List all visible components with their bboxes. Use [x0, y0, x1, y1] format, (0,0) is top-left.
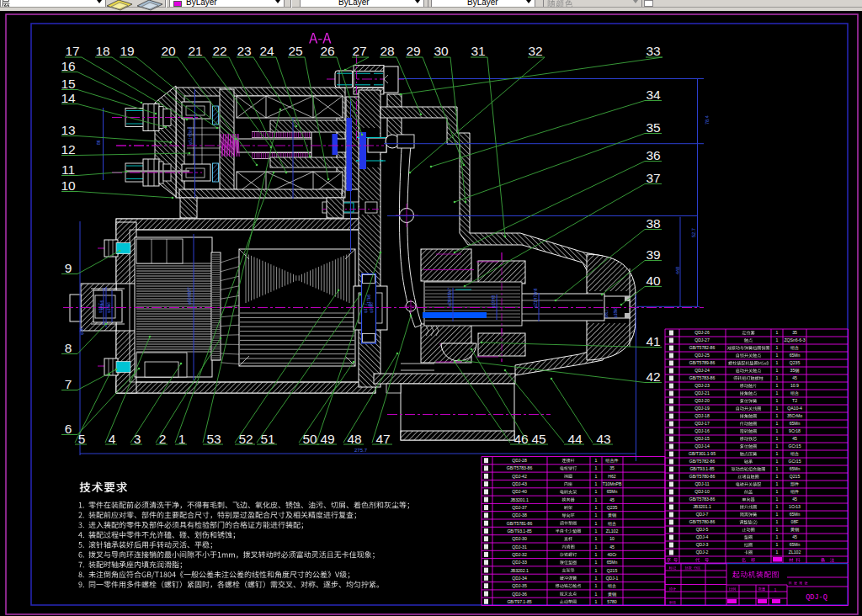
svg-text:43: 43	[596, 432, 610, 446]
svg-text:JB3202.1: JB3202.1	[510, 568, 529, 573]
svg-text:1: 1	[776, 390, 779, 396]
svg-text:QDJ-43: QDJ-43	[512, 481, 527, 486]
svg-text:JB3201.1: JB3201.1	[510, 497, 529, 502]
svg-text:GCr15: GCr15	[788, 443, 801, 449]
svg-text:1: 1	[595, 544, 598, 550]
svg-text:QDJ-36: QDJ-36	[512, 592, 527, 597]
svg-text:45: 45	[609, 544, 615, 550]
svg-text:1: 1	[595, 592, 598, 597]
svg-text:1: 1	[595, 528, 598, 534]
svg-text:45: 45	[609, 497, 615, 502]
svg-text:35: 35	[609, 465, 615, 470]
svg-text:34: 34	[646, 88, 661, 102]
svg-text:QDJ-23: QDJ-23	[694, 383, 710, 388]
svg-text:18: 18	[95, 44, 109, 58]
svg-text:1: 1	[776, 550, 779, 555]
svg-text:32: 32	[528, 44, 542, 58]
svg-text:QDJ-30: QDJ-30	[512, 536, 527, 541]
svg-text:GCr15: GCr15	[788, 459, 801, 464]
svg-text:GB/T97.1-85: GB/T97.1-85	[507, 599, 531, 604]
svg-text:24: 24	[259, 44, 274, 58]
svg-text:1: 1	[595, 458, 598, 463]
svg-text:1: 1	[595, 568, 598, 573]
svg-text:1: 1	[595, 505, 598, 510]
svg-text:GB/T301.1-95: GB/T301.1-95	[689, 451, 716, 456]
svg-text:QDJ-5: QDJ-5	[696, 527, 709, 532]
svg-text:1: 1	[776, 504, 779, 509]
svg-text:1: 1	[776, 512, 779, 517]
svg-text:1: 1	[595, 489, 598, 494]
svg-text:3: 3	[134, 432, 141, 446]
svg-text:QDJ-26: QDJ-26	[694, 330, 710, 335]
svg-text:QDJ-38: QDJ-38	[512, 512, 527, 518]
svg-text:39: 39	[646, 247, 660, 262]
svg-text:1: 1	[776, 360, 779, 365]
svg-text:7: 7	[65, 377, 72, 391]
svg-text:41: 41	[646, 334, 660, 348]
svg-text:1: 1	[776, 527, 779, 532]
svg-text:QDJ-42: QDJ-42	[512, 474, 527, 479]
svg-text:QDJ-37: QDJ-37	[512, 505, 527, 510]
svg-text:QDJ-24: QDJ-24	[694, 368, 710, 373]
svg-text:65Mn: 65Mn	[790, 512, 801, 517]
svg-text:QA10-4: QA10-4	[787, 406, 802, 411]
svg-text:ZQSn6-6-3: ZQSn6-6-3	[784, 337, 805, 343]
svg-text:QDJ-34: QDJ-34	[512, 576, 527, 581]
svg-text:1: 1	[776, 534, 779, 539]
svg-text:QDJ-16: QDJ-16	[694, 428, 710, 433]
svg-text:275.7: 275.7	[354, 448, 368, 453]
svg-text:52.7: 52.7	[691, 228, 696, 237]
svg-text:1: 1	[776, 474, 779, 479]
svg-text:49: 49	[320, 432, 334, 446]
svg-text:QDJ-19: QDJ-19	[694, 406, 710, 411]
svg-text:QDJ-17: QDJ-17	[694, 421, 710, 426]
svg-text:1: 1	[776, 451, 779, 456]
svg-text:GB/T93.1-85: GB/T93.1-85	[507, 528, 531, 534]
svg-text:1: 1	[776, 481, 779, 486]
svg-text:GB/T5783-86: GB/T5783-86	[689, 375, 716, 380]
svg-text:GB/T5781-86: GB/T5781-86	[507, 521, 533, 526]
svg-text:1: 1	[776, 345, 779, 350]
svg-text:1: 1	[776, 375, 779, 380]
svg-text:T10MnPB: T10MnPB	[603, 481, 622, 486]
svg-text:65Mn: 65Mn	[790, 353, 801, 358]
svg-text:45: 45	[792, 375, 797, 380]
svg-text:QDJ-33: QDJ-33	[512, 560, 527, 565]
svg-text:53: 53	[206, 432, 221, 446]
svg-text:组合: 组合	[790, 345, 799, 351]
svg-text:1: 1	[595, 552, 598, 557]
svg-text:40: 40	[646, 273, 661, 288]
svg-text:Q235: Q235	[790, 360, 801, 365]
svg-text:φ21H7/m6: φ21H7/m6	[533, 288, 538, 308]
svg-text:φ9k6: φ9k6	[99, 300, 104, 310]
svg-text:5780: 5780	[607, 599, 616, 604]
svg-text:45: 45	[792, 497, 797, 502]
svg-text:65Mn: 65Mn	[607, 489, 618, 494]
svg-text:ZL102: ZL102	[789, 550, 801, 555]
svg-text:组合: 组合	[608, 521, 616, 527]
svg-text:10: 10	[609, 536, 615, 541]
svg-text:φ36H8/e7: φ36H8/e7	[447, 288, 452, 306]
svg-text:35钢: 35钢	[790, 368, 800, 373]
svg-text:15: 15	[61, 77, 75, 91]
svg-text:φ8L7: φ8L7	[604, 309, 609, 318]
svg-text:1: 1	[776, 436, 779, 441]
svg-text:9Cr18: 9Cr18	[789, 428, 801, 433]
svg-text:51: 51	[260, 432, 274, 446]
svg-text:QDJ-35: QDJ-35	[512, 583, 527, 588]
svg-text:22: 22	[212, 44, 226, 58]
svg-text:QDJ-2: QDJ-2	[696, 550, 709, 555]
svg-text:QDJ-Q: QDJ-Q	[806, 593, 827, 602]
svg-text:组合件: 组合件	[605, 458, 618, 464]
svg-text:QDJ-28: QDJ-28	[512, 458, 527, 463]
svg-text:Q235: Q235	[607, 505, 618, 510]
svg-text:1: 1	[776, 368, 779, 373]
svg-text:86: 86	[96, 140, 101, 145]
svg-text:1: 1	[776, 443, 779, 449]
svg-text:GB/T93.1-85: GB/T93.1-85	[689, 466, 714, 471]
svg-text:1: 1	[178, 432, 186, 446]
svg-text:1: 1	[595, 599, 598, 604]
svg-text:1Cr13: 1Cr13	[789, 504, 801, 509]
svg-text:33: 33	[646, 44, 660, 58]
svg-text:16: 16	[61, 59, 75, 73]
